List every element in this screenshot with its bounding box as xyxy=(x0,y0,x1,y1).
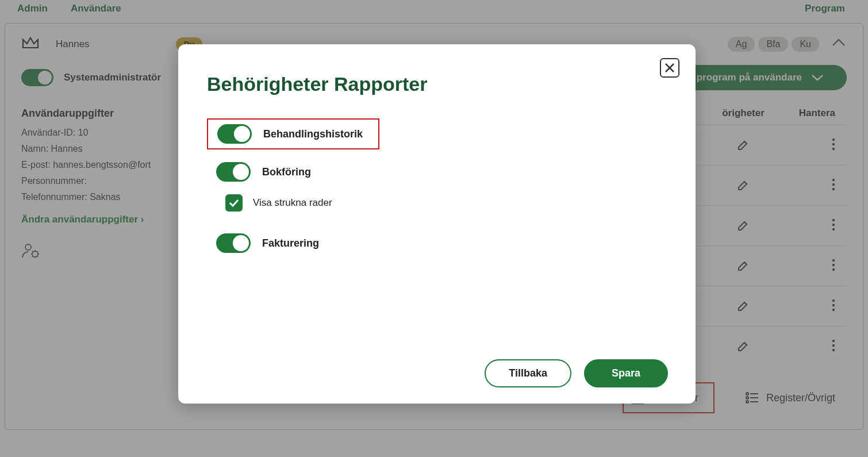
toggle-behandlingshistorik[interactable] xyxy=(217,124,252,144)
save-button[interactable]: Spara xyxy=(584,359,668,387)
checkbox-strukna[interactable] xyxy=(225,194,243,212)
toggle-bokforing[interactable] xyxy=(216,162,251,182)
sub-strukna-rader: Visa strukna rader xyxy=(225,194,677,212)
back-button[interactable]: Tillbaka xyxy=(485,359,571,387)
permissions-modal: Behörigheter Rapporter Behandlingshistor… xyxy=(178,44,696,404)
perm-label-1: Behandlingshistorik xyxy=(263,128,363,140)
perm-label-3: Fakturering xyxy=(262,237,319,249)
perm-label-2: Bokföring xyxy=(262,166,311,178)
close-button[interactable] xyxy=(660,58,679,78)
perm-behandlingshistorik: Behandlingshistorik xyxy=(207,118,379,149)
toggle-fakturering[interactable] xyxy=(216,233,251,253)
perm-fakturering: Fakturering xyxy=(207,229,677,258)
sub-label: Visa strukna rader xyxy=(253,197,332,209)
modal-title: Behörigheter Rapporter xyxy=(207,73,677,95)
perm-bokforing: Bokföring xyxy=(207,158,677,186)
